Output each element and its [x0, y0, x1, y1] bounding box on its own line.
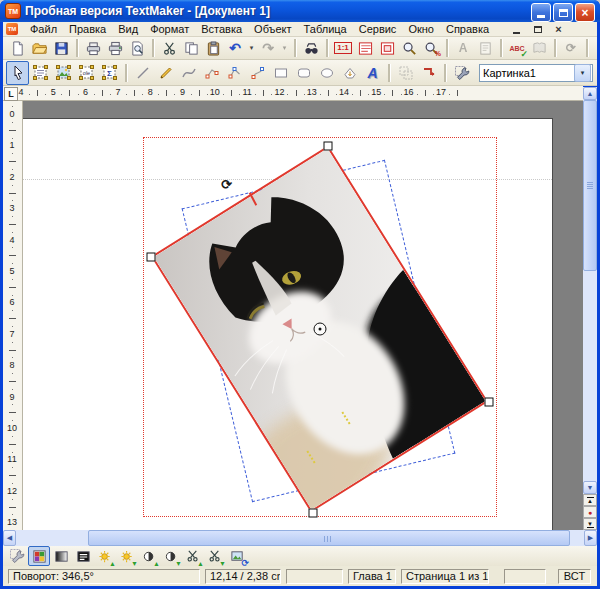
quick-print-button[interactable]	[104, 37, 126, 59]
menu-item-2[interactable]: Вид	[112, 22, 144, 36]
status-page-indicator[interactable]: Страница 1 из 1	[401, 569, 489, 584]
change-picture-button[interactable]: ⟳	[226, 546, 248, 566]
redo-dropdown-button[interactable]: ▾	[279, 38, 290, 58]
draw-ellipse-button[interactable]	[315, 61, 338, 85]
thesaurus-button[interactable]	[528, 37, 550, 59]
scroll-down-button[interactable]: ▼	[583, 481, 597, 494]
ole-frame-button[interactable]: ole	[75, 61, 98, 85]
formatting-marks-button[interactable]: ¶	[592, 37, 600, 59]
undo-dropdown-button[interactable]: ▾	[246, 38, 257, 58]
print-button[interactable]	[82, 37, 104, 59]
ruler-tick	[126, 94, 127, 95]
menu-item-0[interactable]: Файл	[24, 22, 63, 36]
picture-frame-button[interactable]	[52, 61, 75, 85]
picture-properties-button[interactable]	[6, 546, 28, 566]
brightness-up-button[interactable]: ▲	[94, 546, 116, 566]
zoom-button[interactable]	[398, 37, 420, 59]
menu-item-3[interactable]: Формат	[144, 22, 195, 36]
resize-handle-left[interactable]	[147, 253, 156, 262]
brightness-down-button[interactable]: ▼	[116, 546, 138, 566]
cut-button[interactable]	[158, 37, 180, 59]
status-cursor-position[interactable]: 12,14 / 2,38 cm	[205, 569, 281, 584]
title-bar[interactable]: TM Пробная версия TextMaker - [Документ …	[0, 0, 600, 22]
vertical-scrollbar-thumb[interactable]	[583, 100, 597, 271]
crop-less-button[interactable]: ▼	[204, 546, 226, 566]
draw-rectangle-button[interactable]	[269, 61, 292, 85]
contrast-down-button[interactable]: ▼	[160, 546, 182, 566]
contrast-up-button[interactable]: ▲	[138, 546, 160, 566]
tab-order-button[interactable]	[417, 61, 440, 85]
previous-page-button[interactable]: ▲	[583, 494, 597, 506]
menu-item-1[interactable]: Правка	[63, 22, 112, 36]
menu-item-4[interactable]: Вставка	[195, 22, 248, 36]
menu-item-5[interactable]: Объект	[248, 22, 297, 36]
draw-polyline-button[interactable]	[200, 61, 223, 85]
draw-bezier-button[interactable]	[246, 61, 269, 85]
horizontal-scrollbar-thumb[interactable]	[88, 530, 570, 546]
object-properties-button[interactable]	[450, 61, 473, 85]
draw-polygon-button[interactable]	[223, 61, 246, 85]
print-preview-button[interactable]	[126, 37, 148, 59]
resize-handle-bottom[interactable]	[309, 509, 318, 518]
crop-more-button[interactable]: ▲	[182, 546, 204, 566]
view-layout-button[interactable]	[354, 37, 376, 59]
next-page-button[interactable]: ▼	[583, 518, 597, 530]
close-button[interactable]: ×	[575, 3, 595, 22]
redo-button[interactable]: ↷	[257, 37, 279, 59]
object-selector[interactable]: Картинка1 ▾	[479, 64, 593, 82]
object-selector-dropdown-button[interactable]: ▾	[574, 64, 591, 82]
minimize-button[interactable]	[531, 3, 551, 22]
document-canvas[interactable]: ⟳	[23, 101, 583, 530]
vertical-ruler[interactable]: 012345678910111213	[3, 101, 23, 530]
horizontal-scrollbar[interactable]: ◀ ▶	[3, 530, 597, 546]
spell-check-button[interactable]: ABC✓	[506, 37, 528, 59]
color-mode-button[interactable]	[28, 546, 50, 566]
grayscale-mode-button[interactable]	[50, 546, 72, 566]
select-pointer-button[interactable]	[6, 61, 29, 85]
draw-curve-button[interactable]	[177, 61, 200, 85]
draw-line-button[interactable]	[131, 61, 154, 85]
scroll-up-button[interactable]: ▲	[583, 87, 597, 100]
paragraph-format-button[interactable]	[474, 37, 496, 59]
vertical-scrollbar[interactable]: ▲ ▼ ▲ ● ▼	[583, 87, 597, 530]
view-master-button[interactable]	[376, 37, 398, 59]
new-document-button[interactable]	[6, 37, 28, 59]
status-insert-mode[interactable]: ВСТ	[558, 569, 591, 584]
menu-item-7[interactable]: Сервис	[353, 22, 403, 36]
resize-handle-right[interactable]	[485, 398, 494, 407]
scroll-left-button[interactable]: ◀	[3, 530, 16, 546]
group-objects-button[interactable]	[394, 61, 417, 85]
copy-button[interactable]	[180, 37, 202, 59]
text-frame-button[interactable]	[29, 61, 52, 85]
character-format-button[interactable]: A	[452, 37, 474, 59]
scroll-right-button[interactable]: ▶	[584, 530, 597, 546]
undo-button[interactable]: ↶	[224, 37, 246, 59]
view-actual-size-button[interactable]: 1:1	[332, 37, 354, 59]
draw-rounded-rectangle-button[interactable]	[292, 61, 315, 85]
draw-freehand-button[interactable]	[154, 61, 177, 85]
paste-button[interactable]	[202, 37, 224, 59]
menu-item-8[interactable]: Окно	[402, 22, 440, 36]
document-restore-button[interactable]	[530, 23, 545, 36]
blackwhite-mode-button[interactable]	[72, 546, 94, 566]
document-minimize-button[interactable]	[509, 23, 524, 36]
autoshape-button[interactable]	[338, 61, 361, 85]
menu-item-6[interactable]: Таблица	[298, 22, 353, 36]
save-button[interactable]	[50, 37, 72, 59]
svg-text:Σ: Σ	[107, 69, 112, 78]
resize-handle-top[interactable]	[324, 142, 333, 151]
copy-icon	[184, 41, 199, 56]
menu-item-9[interactable]: Справка	[440, 22, 495, 36]
open-button[interactable]	[28, 37, 50, 59]
find-button[interactable]	[300, 37, 322, 59]
zoom-level-button[interactable]: %	[420, 37, 442, 59]
chart-frame-button[interactable]: Σ	[98, 61, 121, 85]
update-fields-button[interactable]: ⟳	[560, 37, 582, 59]
maximize-button[interactable]	[553, 3, 573, 22]
horizontal-ruler[interactable]: 4567891011121314151617	[3, 86, 583, 101]
browse-object-button[interactable]: ●	[583, 506, 597, 518]
textart-button[interactable]: A	[361, 61, 384, 85]
status-chapter[interactable]: Глава 1	[348, 569, 396, 584]
document-close-button[interactable]: ×	[551, 23, 566, 36]
tab-type-button[interactable]: L	[4, 87, 18, 101]
